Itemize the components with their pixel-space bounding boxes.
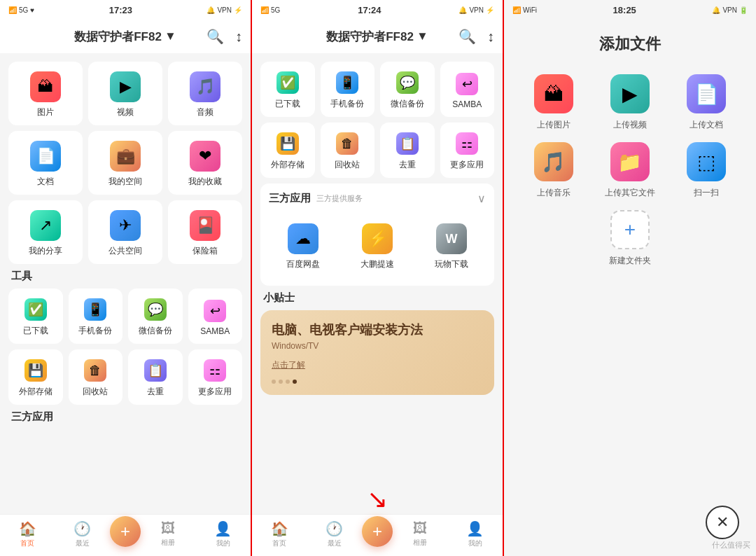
upload-doc[interactable]: 📄 上传文档	[674, 74, 739, 131]
quick-wechatbak[interactable]: 💬 微信备份	[380, 62, 435, 117]
nav-fab-2[interactable]: +	[362, 516, 393, 547]
app-dapeng[interactable]: ⚡ 大鹏提速	[343, 214, 412, 277]
upload-photo[interactable]: 🏔 上传图片	[521, 74, 586, 131]
nav-mine-2[interactable]: 👤 我的	[448, 520, 503, 548]
filter-icon-2[interactable]: ↕	[487, 29, 494, 45]
docs-icon: 📄	[30, 141, 61, 172]
recent-icon-2: 🕐	[326, 520, 343, 537]
tips-link[interactable]: 点击了解	[272, 359, 483, 371]
dot-2	[279, 380, 283, 384]
nav-home-1[interactable]: 🏠 首页	[0, 520, 55, 548]
nav-mine-1[interactable]: 👤 我的	[196, 520, 251, 548]
upload-other[interactable]: 📁 上传其它文件	[597, 142, 662, 199]
time-2: 17:24	[280, 5, 458, 15]
nav-album-2[interactable]: 🖼 相册	[393, 520, 448, 548]
upload-music[interactable]: 🎵 上传音乐	[521, 142, 586, 199]
tips-card[interactable]: 电脑、电视客户端安装方法 Windows/TV 点击了解	[260, 310, 494, 395]
quick-external[interactable]: 💾 外部存储	[260, 123, 315, 178]
tool-dedup[interactable]: 📋 去重	[128, 349, 183, 405]
grid-item-myspace[interactable]: 💼 我的空间	[88, 131, 162, 195]
grid-item-myshare[interactable]: ↗ 我的分享	[8, 200, 83, 264]
nav-album-1[interactable]: 🖼 相册	[141, 520, 196, 548]
panel3-main-content: 添加文件 🏔 上传图片 ▶ 上传视频 📄 上传文档 🎵 上传音乐 📁 上传其它文…	[504, 20, 756, 556]
red-arrow: ↘	[367, 485, 388, 514]
tool-trash[interactable]: 🗑 回收站	[69, 349, 123, 405]
quick-samba[interactable]: ↩ SAMBA	[440, 62, 495, 117]
tool-external[interactable]: 💾 外部存储	[8, 349, 63, 405]
nav-recent-1[interactable]: 🕐 最近	[55, 520, 111, 548]
nav-fab-1[interactable]: +	[110, 516, 141, 547]
tool-more[interactable]: ⚏ 更多应用	[188, 349, 243, 405]
upload-video[interactable]: ▶ 上传视频	[597, 74, 662, 131]
quick-trash[interactable]: 🗑 回收站	[321, 123, 375, 178]
new-folder[interactable]: + 新建文件夹	[521, 210, 739, 267]
videos-label: 视频	[117, 106, 134, 118]
tips-dots	[272, 380, 483, 384]
bt-icon-3: 🔔	[712, 6, 720, 14]
panel2-content: ✅ 已下载 📱 手机备份 💬 微信备份 ↩ SAMBA 💾 外部存储 🗑 回	[252, 53, 503, 514]
panel-1: 📶 5G ♥ 17:23 🔔 VPN ⚡ 数据守护者FF82 ▼ 🔍 ↕ 🏔 图…	[0, 0, 252, 556]
app-baidu[interactable]: ☁ 百度网盘	[269, 214, 337, 277]
filter-icon-1[interactable]: ↕	[235, 29, 242, 45]
public-icon: ✈	[110, 210, 141, 241]
thirdparty-expand-icon[interactable]: ∨	[477, 192, 486, 205]
audio-label: 音频	[197, 106, 214, 118]
grid-item-public[interactable]: ✈ 公共空间	[88, 200, 162, 264]
thirdparty-title-row: 三方应用 三方提供服务	[269, 192, 363, 205]
dot-4-active	[293, 380, 297, 384]
vault-label: 保险箱	[192, 245, 218, 257]
tool-wechatbak[interactable]: 💬 微信备份	[128, 289, 183, 344]
favorites-icon: ❤	[190, 141, 220, 172]
upload-other-icon: 📁	[610, 142, 650, 181]
close-button[interactable]: ✕	[706, 506, 739, 539]
grid-item-vault[interactable]: 🎴 保险箱	[168, 200, 242, 264]
new-folder-icon: +	[610, 210, 650, 249]
tool-samba[interactable]: ↩ SAMBA	[188, 289, 243, 344]
nav-home-2[interactable]: 🏠 首页	[252, 520, 307, 548]
dedup-icon: 📋	[144, 359, 167, 382]
grid-item-docs[interactable]: 📄 文档	[8, 131, 83, 195]
quick-grid-2: ✅ 已下载 📱 手机备份 💬 微信备份 ↩ SAMBA 💾 外部存储 🗑 回	[260, 62, 494, 178]
status-bar-1: 📶 5G ♥ 17:23 🔔 VPN ⚡	[0, 0, 251, 20]
bt-icon-2: 🔔	[458, 6, 467, 14]
grid-item-audio[interactable]: 🎵 音频	[168, 62, 242, 125]
myspace-icon: 💼	[110, 141, 141, 172]
search-icon-1[interactable]: 🔍	[206, 28, 224, 45]
thirdparty-header: 三方应用 三方提供服务 ∨	[269, 192, 486, 205]
tool-downloaded[interactable]: ✅ 已下载	[8, 289, 63, 344]
grid-item-favorites[interactable]: ❤ 我的收藏	[168, 131, 242, 195]
quick-more[interactable]: ⚏ 更多应用	[440, 123, 495, 178]
home-icon: 🏠	[19, 520, 36, 537]
q-phonebak-icon: 📱	[336, 71, 358, 94]
thirdparty-label-1: 三方应用	[11, 410, 242, 424]
tool-phonebak[interactable]: 📱 手机备份	[69, 289, 123, 344]
search-icon-2[interactable]: 🔍	[458, 28, 476, 45]
quick-phonebak[interactable]: 📱 手机备份	[321, 62, 375, 117]
myspace-label: 我的空间	[108, 176, 142, 188]
nav-recent-2[interactable]: 🕐 最近	[307, 520, 363, 548]
nav-mine-label: 我的	[216, 538, 230, 548]
app-wanwu[interactable]: W 玩物下载	[417, 214, 486, 277]
grid-item-videos[interactable]: ▶ 视频	[88, 62, 162, 125]
header-icons-2: 🔍 ↕	[458, 28, 494, 45]
wanwu-icon: W	[436, 223, 467, 254]
vault-icon: 🎴	[190, 210, 220, 241]
quick-downloaded[interactable]: ✅ 已下载	[260, 62, 315, 117]
photos-label: 图片	[37, 106, 54, 118]
home-icon-2: 🏠	[271, 520, 288, 537]
dapeng-icon: ⚡	[362, 223, 393, 254]
more-icon: ⚏	[204, 359, 226, 382]
header-title-2: 数据守护者FF82 ▼	[326, 29, 428, 45]
tips-title: 电脑、电视客户端安装方法	[272, 321, 483, 338]
time-3: 18:25	[537, 5, 712, 15]
dropdown-icon-2[interactable]: ▼	[416, 29, 428, 43]
quick-dedup[interactable]: 📋 去重	[380, 123, 435, 178]
signal-icon: 📶	[8, 6, 17, 14]
external-icon: 💾	[24, 359, 47, 382]
dropdown-icon-1[interactable]: ▼	[164, 29, 176, 43]
favorites-label: 我的收藏	[188, 176, 222, 188]
grid-item-photos[interactable]: 🏔 图片	[8, 62, 83, 125]
scan[interactable]: ⬚ 扫一扫	[674, 142, 739, 199]
photos-icon: 🏔	[30, 71, 61, 102]
wechatbak-icon: 💬	[144, 298, 167, 321]
